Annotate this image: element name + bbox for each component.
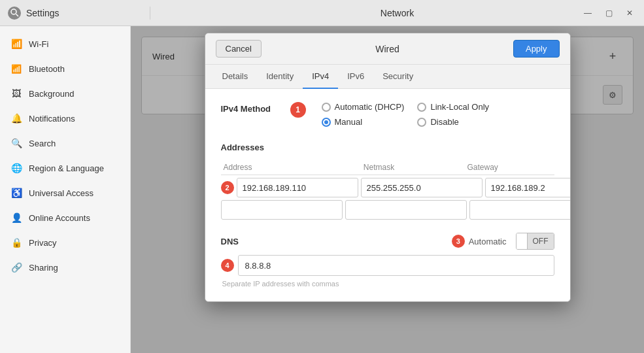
titlebar-right: Network — ▢ ✕ xyxy=(150,8,644,18)
dns-auto-label: Automatic xyxy=(469,237,507,246)
tab-ipv4[interactable]: IPv4 xyxy=(303,65,338,89)
toggle-off-side[interactable]: OFF xyxy=(528,233,554,249)
sidebar-item-wifi[interactable]: 📶 Wi-Fi xyxy=(0,31,130,56)
sidebar-item-label: Bluetooth xyxy=(29,64,65,74)
radio-manual[interactable]: Manual xyxy=(322,117,405,127)
sidebar-item-universal[interactable]: ♿ Universal Access xyxy=(0,180,130,205)
badge-3: 3 xyxy=(452,235,465,248)
sidebar-item-label: Region & Language xyxy=(29,163,104,173)
notifications-icon: 🔔 xyxy=(10,112,22,124)
sidebar-item-region[interactable]: 🌐 Region & Language xyxy=(0,156,130,180)
toggle-on-side[interactable] xyxy=(517,233,528,249)
sidebar-item-bluetooth[interactable]: 📶 Bluetooth xyxy=(0,56,130,81)
background-icon: 🖼 xyxy=(10,88,22,99)
sidebar-item-privacy[interactable]: 🔒 Privacy xyxy=(0,230,130,255)
dialog-tabs: Details Identity IPv4 IPv6 Security xyxy=(205,65,570,89)
addresses-label: Addresses xyxy=(221,143,554,152)
dns-section: DNS 3 Automatic OFF 4 xyxy=(221,233,554,288)
radio-link-local-circle xyxy=(417,103,426,112)
sidebar-item-label: Universal Access xyxy=(29,188,93,198)
netmask-input-2[interactable] xyxy=(345,200,467,220)
netmask-col-header: Netmask xyxy=(327,163,431,172)
method-options: Automatic (DHCP) Manual Link xyxy=(322,102,490,127)
radio-dhcp-label: Automatic (DHCP) xyxy=(335,102,405,112)
search-icon: 🔍 xyxy=(10,137,22,149)
dns-toggle[interactable]: OFF xyxy=(516,233,554,250)
sidebar-item-label: Search xyxy=(29,139,56,148)
gateway-col-header: Gateway xyxy=(431,163,535,172)
maximize-button[interactable]: ▢ xyxy=(600,4,618,22)
tab-identity[interactable]: Identity xyxy=(257,65,303,89)
addresses-header: Address Netmask Gateway xyxy=(221,160,554,175)
svg-line-1 xyxy=(16,14,18,17)
settings-title: Settings xyxy=(26,8,59,18)
universal-icon: ♿ xyxy=(10,187,22,199)
minimize-button[interactable]: — xyxy=(579,4,597,22)
titlebar-left: Settings xyxy=(0,7,150,20)
radio-dhcp-circle xyxy=(322,103,331,112)
dns-header: DNS 3 Automatic OFF xyxy=(221,233,554,250)
dns-label: DNS xyxy=(221,237,452,246)
titlebar: Settings Network — ▢ ✕ xyxy=(0,0,644,26)
svg-point-0 xyxy=(11,9,16,14)
address-row-2 xyxy=(221,200,554,220)
dialog-title: Wired xyxy=(267,44,508,54)
addresses-section: Addresses Address Netmask Gateway 2 xyxy=(221,143,554,220)
network-title: Network xyxy=(381,8,414,18)
region-icon: 🌐 xyxy=(10,162,22,174)
sidebar-item-label: Sharing xyxy=(29,263,58,273)
online-accounts-icon: 👤 xyxy=(10,212,22,224)
wifi-icon: 📶 xyxy=(10,38,22,50)
sidebar-item-online-accounts[interactable]: 👤 Online Accounts xyxy=(0,205,130,230)
tab-ipv6[interactable]: IPv6 xyxy=(338,65,373,89)
sidebar-item-label: Notifications xyxy=(29,114,75,124)
sharing-icon: 🔗 xyxy=(10,261,22,273)
tab-security[interactable]: Security xyxy=(373,65,422,89)
address-input-2[interactable] xyxy=(221,200,343,220)
radio-link-local-label: Link-Local Only xyxy=(430,102,489,112)
radio-disable[interactable]: Disable xyxy=(417,117,489,127)
sidebar-item-background[interactable]: 🖼 Background xyxy=(0,81,130,106)
radio-disable-label: Disable xyxy=(430,117,458,127)
method-col-right: Link-Local Only Disable xyxy=(417,102,489,127)
dns-input[interactable] xyxy=(238,255,554,276)
radio-disable-circle xyxy=(417,118,426,127)
radio-dhcp[interactable]: Automatic (DHCP) xyxy=(322,102,405,112)
gateway-input-2[interactable] xyxy=(469,200,571,220)
ipv4-method-label: IPv4 Method xyxy=(221,102,280,114)
content-area: Wired + ⚙ Cancel Wired Apply xyxy=(131,26,644,353)
tab-details[interactable]: Details xyxy=(213,65,258,89)
gateway-input-1[interactable] xyxy=(485,178,571,197)
privacy-icon: 🔒 xyxy=(10,237,22,248)
badge-2: 2 xyxy=(221,181,234,194)
window-controls: — ▢ ✕ xyxy=(579,4,644,22)
main-layout: 📶 Wi-Fi 📶 Bluetooth 🖼 Background 🔔 Notif… xyxy=(0,26,644,353)
sidebar-item-notifications[interactable]: 🔔 Notifications xyxy=(0,106,130,131)
ipv4-method-section: IPv4 Method 1 Automatic (DHCP) xyxy=(221,102,554,127)
dialog-header: Cancel Wired Apply xyxy=(205,33,570,65)
settings-icon xyxy=(8,7,21,20)
netmask-input-1[interactable] xyxy=(361,178,483,197)
cancel-button[interactable]: Cancel xyxy=(216,40,262,58)
sidebar-item-label: Background xyxy=(29,89,74,99)
radio-manual-label: Manual xyxy=(335,117,363,127)
wired-dialog: Cancel Wired Apply Details Identity IPv4… xyxy=(205,33,571,302)
sidebar-item-search[interactable]: 🔍 Search xyxy=(0,131,130,156)
address-col-header: Address xyxy=(221,163,328,172)
dns-hint: Separate IP addresses with commas xyxy=(221,280,339,288)
badge-1: 1 xyxy=(290,102,306,118)
modal-overlay: Cancel Wired Apply Details Identity IPv4… xyxy=(131,26,644,353)
bluetooth-icon: 📶 xyxy=(10,63,22,75)
apply-button[interactable]: Apply xyxy=(513,40,560,58)
address-input-1[interactable] xyxy=(237,178,358,197)
sidebar-item-label: Privacy xyxy=(29,238,57,248)
sidebar-item-label: Online Accounts xyxy=(29,213,90,223)
sidebar-item-sharing[interactable]: 🔗 Sharing xyxy=(0,255,130,280)
close-button[interactable]: ✕ xyxy=(620,4,639,22)
method-col-left: Automatic (DHCP) Manual xyxy=(322,102,405,127)
radio-manual-circle xyxy=(322,118,331,127)
radio-link-local[interactable]: Link-Local Only xyxy=(417,102,489,112)
badge-4: 4 xyxy=(221,259,234,272)
sidebar-item-label: Wi-Fi xyxy=(29,39,48,49)
sidebar: 📶 Wi-Fi 📶 Bluetooth 🖼 Background 🔔 Notif… xyxy=(0,26,131,353)
